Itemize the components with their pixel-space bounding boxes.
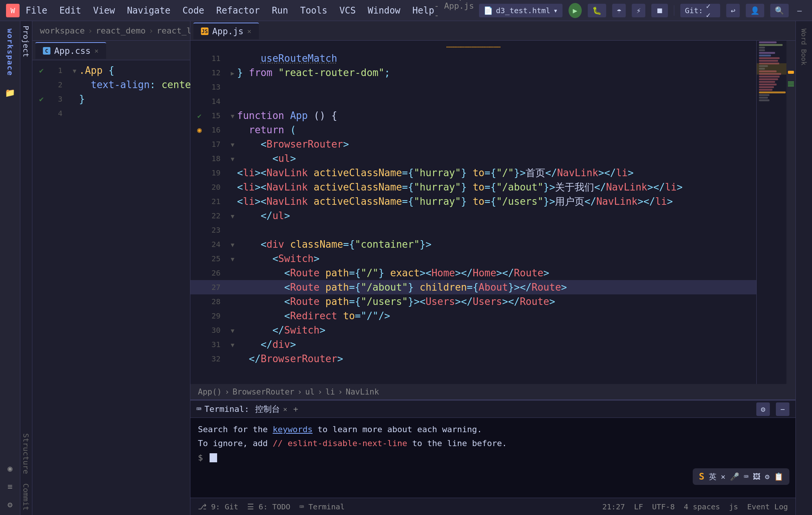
git-status[interactable]: ⎇ 9: Git (198, 502, 238, 511)
terminal-status[interactable]: ⌨ Terminal (300, 502, 345, 511)
tab-app-css[interactable]: C App.css ✕ (35, 42, 106, 59)
tab-close-js[interactable]: ✕ (247, 27, 251, 35)
terminal-tab-label[interactable]: ⌨ Terminal: (196, 404, 249, 414)
tab-close-css[interactable]: ✕ (94, 47, 99, 55)
bottom-breadcrumb: App() › BrowserRouter › ul › li › NavLin… (190, 384, 795, 400)
minimize-button[interactable]: — (795, 5, 804, 16)
css-code-area[interactable]: ✔ 1 ▼ .App { 2 text-align: center; ✔ 3 (32, 60, 190, 515)
maximize-button[interactable]: □ (810, 5, 812, 16)
title-bar: W File Edit View Navigate Code Refactor … (0, 0, 812, 21)
menu-refactor[interactable]: Refactor (216, 5, 260, 16)
menu-bar[interactable]: File Edit View Navigate Code Refactor Ru… (26, 5, 434, 16)
menu-window[interactable]: Window (368, 5, 400, 16)
debug-button[interactable]: 🐛 (588, 4, 606, 17)
language[interactable]: js (729, 502, 738, 511)
gutter-dot-16: ◉ (197, 125, 202, 134)
terminal-tab-add[interactable]: + (293, 404, 298, 414)
bc-app[interactable]: App() (198, 387, 222, 396)
minimap (756, 41, 786, 384)
js-code-area[interactable]: ⋯⋯⋯⋯⋯⋯⋯⋯⋯⋯⋯⋯⋯⋯⋯ 11 useRouteMatch 12 ▶ } … (190, 41, 756, 384)
eslint-disable-code: // eslint-disable-next-line (273, 439, 408, 448)
indent[interactable]: 4 spaces (684, 502, 720, 511)
css-line-1: ✔ 1 ▼ .App { (32, 63, 190, 78)
commit-label[interactable]: Commit (20, 479, 32, 515)
terminal-minimize-btn[interactable]: − (776, 402, 789, 416)
stop-button[interactable]: ⏹ (651, 4, 668, 17)
terminal-line-1: Search for the keywords to learn more ab… (198, 422, 788, 436)
js-line-14: 14 (190, 94, 756, 108)
sidebar-icons: workspace 📁 ◉ ≡ ⚙ (0, 21, 20, 515)
menu-code[interactable]: Code (182, 5, 204, 16)
git-button[interactable]: Git: ✓ ✓ (680, 4, 720, 17)
js-line-28: 28 <Route path={"/users"}><Users></Users… (190, 294, 756, 309)
js-line-20: 20 <li><NavLink activeClassName={"hurray… (190, 180, 756, 194)
bc-ul[interactable]: ul (305, 387, 315, 396)
sidebar-commit-icon[interactable]: ◉ (3, 461, 18, 476)
css-file-icon: C (43, 47, 50, 55)
js-line-16: ◉ 16 return ( (190, 123, 756, 137)
keywords-link[interactable]: keywords (273, 425, 313, 434)
terminal-tab-console[interactable]: 控制台 ✕ (255, 404, 287, 415)
menu-view[interactable]: View (93, 5, 115, 16)
ime-toolbar: S 英 ✕ 🎤 ⌨ 🖼 ⚙ 📋 (693, 468, 789, 485)
undo-button[interactable]: ↩ (726, 4, 740, 17)
gutter-check-15: ✔ (198, 112, 202, 120)
menu-edit[interactable]: Edit (59, 5, 81, 16)
profile-button[interactable]: ⚡ (632, 4, 645, 17)
sidebar-structure-icon[interactable]: ≡ (3, 479, 18, 494)
bc-li[interactable]: li (325, 387, 335, 396)
menu-vcs[interactable]: VCS (339, 5, 356, 16)
terminal-area: ⌨ Terminal: 控制台 ✕ + ⚙ − Search for the k… (190, 400, 795, 498)
menu-file[interactable]: File (26, 5, 47, 16)
terminal-tab-close[interactable]: ✕ (283, 405, 287, 413)
code-content-area[interactable]: ⋯⋯⋯⋯⋯⋯⋯⋯⋯⋯⋯⋯⋯⋯⋯ 11 useRouteMatch 12 ▶ } … (190, 41, 795, 384)
breadcrumb-workspace[interactable]: workspace (40, 26, 85, 35)
scrollbar-thumb[interactable] (788, 71, 794, 74)
sidebar-plugins-icon[interactable]: ⚙ (3, 497, 18, 512)
js-line-13: 13 (190, 80, 756, 94)
bc-navlink[interactable]: NavLink (346, 387, 379, 396)
todo-status[interactable]: ☰ 6: TODO (247, 502, 290, 511)
coverage-button[interactable]: ☂ (612, 4, 626, 17)
bc-browserrouter[interactable]: BrowserRouter (233, 387, 294, 396)
js-line-21: 21 <li><NavLink activeClassName={"hurray… (190, 194, 756, 209)
js-line-12: 12 ▶ } from "react-router-dom"; (190, 66, 756, 80)
word-book-label[interactable]: Word Book (798, 24, 809, 70)
active-file-btn[interactable]: 📄 d3_test.html ▾ (479, 4, 563, 17)
terminal-tabs: ⌨ Terminal: 控制台 ✕ + ⚙ − (190, 401, 795, 418)
js-line-24: 24 ▼ <div className={"container"}> (190, 237, 756, 251)
js-line-19: 19 <li><NavLink activeClassName={"hurray… (190, 166, 756, 180)
breadcrumb-react-demo[interactable]: react_demo (96, 26, 145, 35)
js-line-25: 25 ▼ <Switch> (190, 251, 756, 266)
run-button[interactable]: ▶ (569, 3, 582, 18)
structure-label[interactable]: Structure (20, 429, 32, 478)
app-logo: W (6, 4, 20, 17)
menu-run[interactable]: Run (272, 5, 288, 16)
dropdown-icon: ▾ (553, 6, 558, 15)
js-line-30: 30 ▼ </Switch> (190, 323, 756, 337)
terminal-content[interactable]: Search for the keywords to learn more ab… (190, 418, 795, 498)
tab-app-js[interactable]: JS App.js ✕ (193, 23, 259, 39)
project-label[interactable]: Project (20, 21, 32, 62)
sidebar-project-icon[interactable]: 📁 (3, 85, 18, 100)
js-line-29: 29 <Redirect to="/"/> (190, 309, 756, 323)
user-button[interactable]: 👤 (746, 4, 764, 17)
cursor-position: 21:27 (602, 502, 625, 511)
terminal-prompt-line: $ (198, 451, 788, 465)
encoding[interactable]: UTF-8 (652, 502, 675, 511)
line-ending[interactable]: LF (634, 502, 643, 511)
event-log-status[interactable]: Event Log (747, 502, 788, 511)
search-button[interactable]: 🔍 (770, 4, 789, 17)
scrollbar[interactable] (786, 41, 795, 384)
menu-tools[interactable]: Tools (300, 5, 327, 16)
main-layout: workspace 📁 ◉ ≡ ⚙ Project Structure Comm… (0, 21, 812, 515)
main-editor: JS App.js ✕ ⋯⋯⋯⋯⋯⋯⋯⋯⋯⋯⋯⋯⋯⋯⋯ 11 useRouteM… (190, 21, 795, 515)
menu-navigate[interactable]: Navigate (127, 5, 170, 16)
terminal-settings-btn[interactable]: ⚙ (756, 402, 770, 416)
css-line-3: ✔ 3 } (32, 92, 190, 106)
editor-tabs-left: C App.css ✕ (32, 41, 190, 60)
status-bar-left: ⎇ 9: Git ☰ 6: TODO ⌨ Terminal (198, 502, 593, 511)
js-line-22: 22 ▼ </ul> (190, 209, 756, 223)
menu-help[interactable]: Help (412, 5, 434, 16)
js-line-26: 26 <Route path={"/"} exact><Home></Home>… (190, 266, 756, 280)
